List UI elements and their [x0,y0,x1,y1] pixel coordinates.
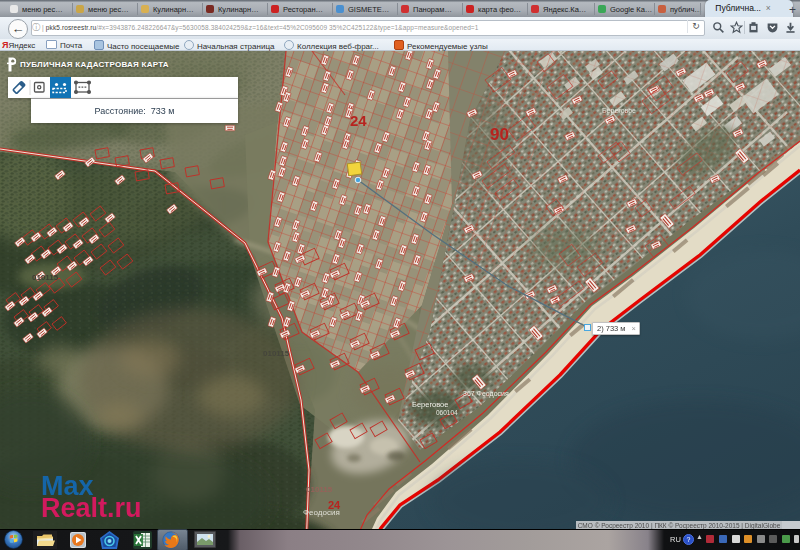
svg-text:060104: 060104 [436,409,458,416]
svg-text:010115: 010115 [32,273,59,282]
svg-text:010115: 010115 [306,485,333,494]
svg-text:010115: 010115 [263,349,290,358]
svg-text:Феодосия: Феодосия [303,508,340,517]
svg-text:24: 24 [350,112,367,129]
svg-text:Береговое: Береговое [412,400,448,409]
svg-text:367 Феодосия: 367 Феодосия [463,390,509,398]
svg-text:Береговое: Береговое [602,107,636,115]
svg-text:90: 90 [490,125,509,144]
